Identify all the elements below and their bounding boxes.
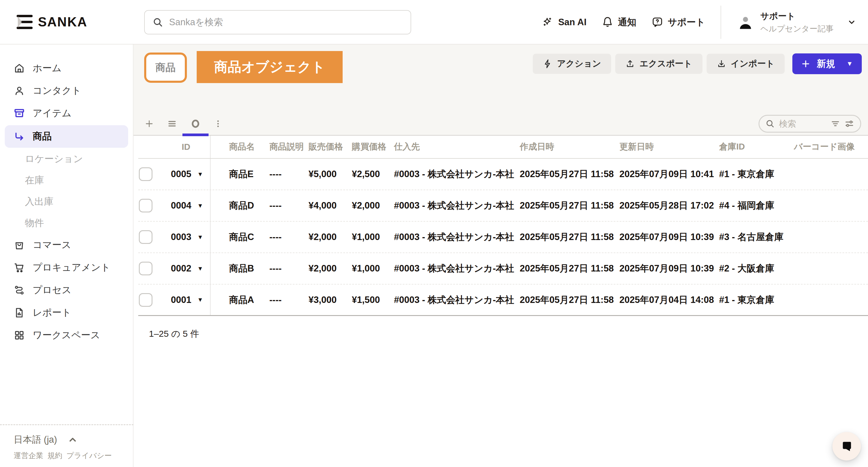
row-id: 0003 — [171, 232, 191, 242]
export-button[interactable]: エクスポート — [615, 54, 702, 74]
chat-fab[interactable] — [832, 432, 861, 461]
brand-logo[interactable]: SANKA — [0, 14, 117, 29]
row-created-at: 2025年05月27日 11:58 — [520, 159, 619, 190]
sparkles-icon — [542, 16, 554, 28]
products-table: ID 商品名 商品説明 販売価格 購買価格 仕入先 作成日時 更新日時 倉庫ID… — [138, 135, 868, 340]
sidebar-item-reports[interactable]: レポート — [0, 302, 133, 324]
new-dropdown-caret-icon[interactable]: ▼ — [846, 60, 853, 68]
row-expand-caret-icon[interactable]: ▼ — [197, 203, 203, 209]
circle-view-tab[interactable] — [190, 112, 201, 135]
export-label: エクスポート — [640, 58, 692, 70]
table-search-input[interactable] — [779, 119, 824, 129]
row-checkbox[interactable] — [139, 199, 153, 212]
list-view-button[interactable] — [167, 112, 177, 135]
row-created-at: 2025年05月27日 11:58 — [520, 190, 619, 221]
row-expand-caret-icon[interactable]: ▼ — [197, 265, 203, 272]
import-button[interactable]: インポート — [707, 54, 785, 74]
search-icon — [153, 17, 163, 28]
sidebar-item-inout[interactable]: 入出庫 — [0, 191, 133, 212]
sidebar-item-inventory[interactable]: 在庫 — [0, 170, 133, 191]
sidebar-item-label: 商品 — [33, 130, 52, 143]
sidebar-item-procurement[interactable]: プロキュアメント — [0, 256, 133, 279]
row-id-cell[interactable]: 0003 ▼ — [162, 222, 211, 252]
new-button[interactable]: 新規 ▼ — [793, 54, 862, 74]
notifications-label: 通知 — [618, 16, 636, 29]
row-expand-caret-icon[interactable]: ▼ — [197, 234, 203, 241]
import-label: インポート — [731, 58, 775, 70]
language-label: 日本語 (ja) — [13, 433, 57, 446]
column-header-desc[interactable]: 商品説明 — [269, 135, 304, 158]
actions-button[interactable]: アクション — [533, 54, 611, 74]
row-checkbox[interactable] — [139, 167, 153, 181]
row-expand-caret-icon[interactable]: ▼ — [197, 297, 203, 303]
column-header-name[interactable]: 商品名 — [211, 135, 269, 158]
sidebar-item-locations[interactable]: ロケーション — [0, 148, 133, 170]
row-id: 0001 — [171, 294, 191, 305]
language-selector[interactable]: 日本語 (ja) — [13, 433, 133, 446]
san-ai-button[interactable]: San AI — [542, 16, 587, 28]
actions-label: アクション — [557, 58, 601, 70]
bell-icon — [602, 17, 613, 28]
global-search-input[interactable] — [169, 17, 403, 28]
account-menu[interactable]: サポート ヘルプセンター記事 — [737, 10, 856, 34]
sidebar-item-home[interactable]: ホーム — [0, 57, 133, 80]
sidebar-item-label: コンタクト — [33, 84, 81, 97]
column-header-buy[interactable]: 購買価格 — [347, 135, 394, 158]
support-button[interactable]: サポート — [652, 16, 705, 29]
legal-privacy-link[interactable]: プライバシー — [66, 451, 112, 461]
row-checkbox[interactable] — [139, 293, 153, 307]
row-warehouse: #4 - 福岡倉庫 — [719, 190, 794, 221]
column-header-id[interactable]: ID — [162, 135, 211, 158]
nav-divider — [720, 6, 721, 39]
row-created-at: 2025年05月27日 11:58 — [520, 222, 619, 252]
sidebar-item-products[interactable]: 商品 — [5, 125, 128, 148]
legal-terms-link[interactable]: 規約 — [48, 451, 62, 461]
view-toolbar — [133, 112, 868, 135]
add-view-button[interactable] — [144, 112, 154, 135]
table-row[interactable]: 0004 ▼ 商品D ---- ¥4,000 ¥2,000 #0003 - 株式… — [138, 190, 868, 222]
row-checkbox[interactable] — [139, 262, 153, 275]
row-expand-caret-icon[interactable]: ▼ — [197, 171, 203, 178]
table-row[interactable]: 0001 ▼ 商品A ---- ¥3,000 ¥1,500 #0003 - 株式… — [138, 284, 868, 316]
filter-icon[interactable] — [831, 119, 840, 128]
sidebar-item-process[interactable]: プロセス — [0, 279, 133, 302]
global-search[interactable] — [144, 10, 411, 34]
column-header-created[interactable]: 作成日時 — [520, 135, 619, 158]
column-header-barcode[interactable]: バーコード画像 — [794, 135, 868, 158]
table-row[interactable]: 0005 ▼ 商品E ---- ¥5,000 ¥2,500 #0003 - 株式… — [138, 159, 868, 190]
column-header-warehouse[interactable]: 倉庫ID — [719, 135, 794, 158]
sidebar-item-workspace[interactable]: ワークスペース — [0, 324, 133, 346]
kebab-menu-button[interactable] — [214, 112, 222, 135]
row-buy-price: ¥1,500 — [347, 284, 394, 315]
column-header-sell[interactable]: 販売価格 — [304, 135, 347, 158]
row-checkbox[interactable] — [139, 230, 153, 244]
table-row[interactable]: 0002 ▼ 商品B ---- ¥2,000 ¥1,000 #0003 - 株式… — [138, 253, 868, 284]
new-label: 新規 — [817, 58, 835, 70]
row-supplier: #0003 - 株式会社サンカ-本社 — [394, 253, 520, 284]
archive-box-icon — [13, 108, 25, 119]
row-id-cell[interactable]: 0002 ▼ — [162, 253, 211, 284]
sidebar-item-label: プロセス — [33, 284, 71, 297]
sliders-icon[interactable] — [844, 119, 855, 129]
column-header-updated[interactable]: 更新日時 — [619, 135, 719, 158]
row-buy-price: ¥1,000 — [347, 222, 394, 252]
sidebar-item-contacts[interactable]: コンタクト — [0, 80, 133, 102]
sidebar-item-commerce[interactable]: コマース — [0, 234, 133, 256]
notifications-button[interactable]: 通知 — [602, 16, 636, 29]
row-description: ---- — [269, 253, 304, 284]
help-bubble-icon — [652, 17, 663, 28]
row-updated-at: 2025年07月04日 14:08 — [619, 284, 719, 315]
table-row[interactable]: 0003 ▼ 商品C ---- ¥2,000 ¥1,000 #0003 - 株式… — [138, 222, 868, 253]
column-header-supplier[interactable]: 仕入先 — [394, 135, 520, 158]
row-description: ---- — [269, 284, 304, 315]
row-id: 0004 — [171, 200, 191, 211]
sidebar-item-items[interactable]: アイテム — [0, 102, 133, 125]
row-id-cell[interactable]: 0005 ▼ — [162, 159, 211, 190]
corner-down-right-icon — [13, 131, 25, 142]
legal-company-link[interactable]: 運営企業 — [13, 451, 43, 461]
row-id-cell[interactable]: 0001 ▼ — [162, 284, 211, 315]
row-warehouse: #3 - 名古屋倉庫 — [719, 222, 794, 252]
row-id-cell[interactable]: 0004 ▼ — [162, 190, 211, 221]
sidebar-item-property[interactable]: 物件 — [0, 212, 133, 234]
table-search[interactable] — [758, 115, 861, 133]
